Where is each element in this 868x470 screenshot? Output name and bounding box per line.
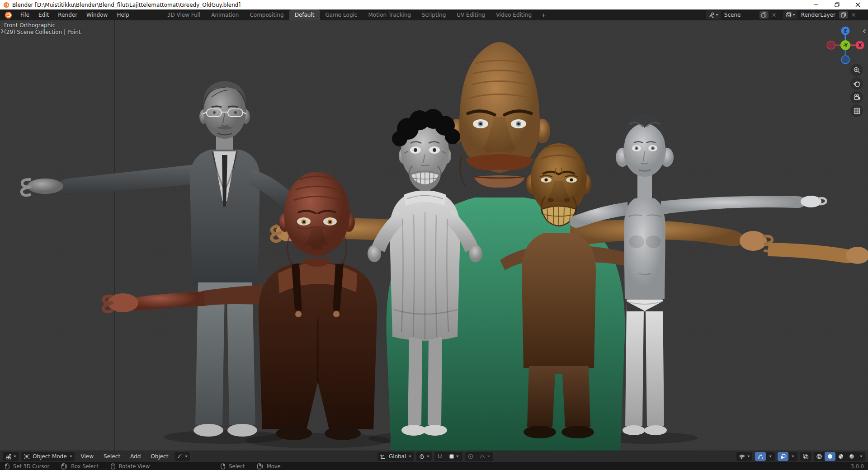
axis-negz-handle bbox=[841, 56, 849, 64]
pivot-point-selector[interactable] bbox=[416, 452, 432, 461]
show-gizmo-icon bbox=[757, 453, 764, 460]
camera-view-button[interactable] bbox=[850, 91, 863, 103]
proportional-falloff-selector[interactable] bbox=[175, 452, 190, 461]
window-title: Blender [D:\Muistitikku\Blender\Blend_fi… bbox=[12, 2, 241, 8]
hint-box-select: Box Select bbox=[61, 463, 99, 470]
overlays-options-dropdown[interactable] bbox=[788, 452, 797, 461]
perspective-ortho-button[interactable] bbox=[850, 104, 863, 117]
mode-label: Object Mode bbox=[32, 453, 68, 460]
proportional-editing-toggle[interactable] bbox=[465, 452, 476, 461]
shading-options-dropdown[interactable] bbox=[857, 452, 865, 461]
duplicate-icon[interactable] bbox=[760, 11, 769, 19]
editor-type-selector[interactable] bbox=[3, 452, 19, 461]
hint-move: Move bbox=[257, 463, 281, 470]
svg-text:X: X bbox=[858, 43, 862, 48]
falloff-curve-icon bbox=[479, 453, 486, 460]
axis-negx-handle bbox=[827, 41, 835, 49]
blender-logo-icon[interactable] bbox=[0, 9, 16, 20]
pan-button[interactable] bbox=[850, 77, 863, 90]
menu-view[interactable]: View bbox=[77, 452, 97, 461]
menu-help[interactable]: Help bbox=[112, 9, 133, 20]
orientation-label: Global bbox=[388, 453, 407, 460]
viewport-overlay-text: Front Orthographic (29) Scene Collection… bbox=[4, 22, 81, 36]
shading-solid-button[interactable] bbox=[825, 452, 835, 461]
scene-characters bbox=[0, 20, 868, 451]
shading-rendered-icon bbox=[849, 453, 855, 460]
menu-window[interactable]: Window bbox=[82, 9, 112, 20]
tab-compositing[interactable]: Compositing bbox=[244, 9, 289, 20]
toggle-xray-icon bbox=[802, 453, 809, 460]
show-overlays-toggle[interactable] bbox=[778, 452, 788, 461]
zoom-icon bbox=[853, 66, 861, 74]
tab-animation[interactable]: Animation bbox=[206, 9, 244, 20]
render-layer-selector[interactable]: RenderLayer bbox=[783, 10, 859, 19]
chevron-down-icon bbox=[487, 456, 490, 457]
menu-object[interactable]: Object bbox=[147, 452, 172, 461]
tab-default[interactable]: Default bbox=[289, 9, 320, 20]
workspace-tabs: 3D View Full Animation Compositing Defau… bbox=[162, 9, 550, 20]
hint-set-3d-cursor: Set 3D Cursor bbox=[5, 463, 49, 470]
shading-wireframe-button[interactable] bbox=[814, 452, 825, 461]
proportional-editing-icon bbox=[467, 453, 474, 460]
mode-selector[interactable]: Object Mode bbox=[21, 452, 75, 461]
duplicate-icon[interactable] bbox=[839, 11, 848, 19]
blender-logo-icon bbox=[3, 2, 9, 8]
menu-edit[interactable]: Edit bbox=[34, 9, 53, 20]
svg-text:-Y: -Y bbox=[843, 43, 848, 48]
close-icon[interactable] bbox=[849, 13, 858, 17]
statusbar: Set 3D Cursor Box Select Rotate View Sel… bbox=[0, 462, 868, 470]
tab-3d-view-full[interactable]: 3D View Full bbox=[162, 9, 206, 20]
chevron-down-icon bbox=[716, 14, 718, 16]
snap-toggle[interactable] bbox=[434, 452, 445, 461]
scene-name[interactable]: Scene bbox=[721, 12, 760, 18]
transform-orientation-icon bbox=[380, 453, 386, 460]
transform-orientation-selector[interactable]: Global bbox=[377, 452, 414, 461]
scene-datablock-icon[interactable] bbox=[706, 10, 721, 19]
tab-game-logic[interactable]: Game Logic bbox=[320, 9, 363, 20]
object-visibility-selector[interactable] bbox=[736, 452, 752, 461]
tab-uv-editing[interactable]: UV Editing bbox=[451, 9, 491, 20]
snap-magnet-icon bbox=[437, 453, 443, 460]
shading-rendered-button[interactable] bbox=[846, 452, 857, 461]
close-icon[interactable] bbox=[770, 13, 778, 17]
navigation-gizmo[interactable]: Z X -Y bbox=[825, 25, 866, 66]
chevron-down-icon bbox=[793, 14, 795, 16]
shading-material-button[interactable] bbox=[835, 452, 846, 461]
zoom-button[interactable] bbox=[850, 64, 863, 76]
render-layer-name[interactable]: RenderLayer bbox=[797, 12, 839, 18]
close-button[interactable] bbox=[847, 0, 868, 9]
menu-select[interactable]: Select bbox=[100, 452, 124, 461]
view-label: Front Orthographic bbox=[4, 22, 81, 29]
3d-viewport[interactable]: Front Orthographic (29) Scene Collection… bbox=[0, 20, 868, 451]
renderlayer-datablock-icon[interactable] bbox=[783, 10, 797, 19]
character-suit-man[interactable] bbox=[22, 81, 297, 437]
falloff-curve-selector[interactable] bbox=[476, 452, 493, 461]
chevron-down-icon bbox=[747, 456, 750, 457]
show-gizmo-toggle[interactable] bbox=[755, 452, 766, 461]
chevron-down-icon bbox=[427, 456, 429, 457]
ortho-grid-icon bbox=[853, 107, 861, 115]
toggle-xray-button[interactable] bbox=[800, 452, 811, 461]
snap-target-selector[interactable] bbox=[445, 452, 462, 461]
chevron-down-icon bbox=[14, 456, 16, 457]
menu-add[interactable]: Add bbox=[127, 452, 144, 461]
tab-motion-tracking[interactable]: Motion Tracking bbox=[363, 9, 416, 20]
mouse-middle-icon bbox=[110, 463, 116, 470]
scene-selector[interactable]: Scene bbox=[706, 10, 779, 19]
tab-scripting[interactable]: Scripting bbox=[416, 9, 451, 20]
menu-render[interactable]: Render bbox=[53, 9, 82, 20]
restore-button[interactable] bbox=[826, 0, 847, 9]
minimize-button[interactable] bbox=[806, 0, 826, 9]
mouse-left-icon bbox=[5, 463, 10, 470]
snap-target-icon bbox=[449, 454, 454, 459]
toolshelf-expand-arrow[interactable] bbox=[0, 28, 4, 35]
mouse-right-icon bbox=[220, 463, 226, 470]
menu-file[interactable]: File bbox=[16, 9, 34, 20]
tab-video-editing[interactable]: Video Editing bbox=[491, 9, 537, 20]
add-workspace-button[interactable]: + bbox=[537, 9, 550, 20]
show-overlays-icon bbox=[780, 453, 786, 460]
proportional-falloff-icon bbox=[177, 453, 183, 460]
chevron-down-icon bbox=[860, 456, 863, 457]
mouse-left-drag-icon bbox=[61, 463, 68, 470]
gizmo-options-dropdown[interactable] bbox=[766, 452, 775, 461]
